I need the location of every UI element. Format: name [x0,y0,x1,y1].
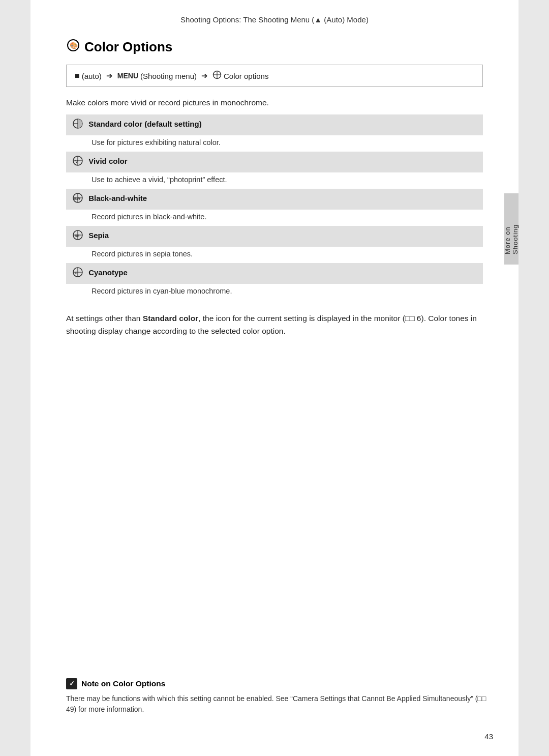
svg-text:V: V [75,159,78,164]
cyanotype-icon: C [72,267,83,280]
vivid-icon: V [72,155,83,169]
vivid-label: Vivid color [88,157,127,165]
table-row: BW Black-and-white [66,189,483,210]
nav-box: ■ (auto) ➔ MENU (Shooting menu) ➔ Color … [66,65,483,87]
table-row: Record pictures in sepia tones. [66,247,483,263]
nav-menu-label: MENU [117,72,138,80]
options-table: Standard color (default setting) Use for… [66,114,483,300]
sepia-label: Sepia [88,231,109,240]
breadcrumb: Shooting Options: The Shooting Menu (▲ (… [66,15,483,24]
table-row: V Vivid color [66,152,483,172]
breadcrumb-text: Shooting Options: The Shooting Menu (▲ (… [180,15,369,24]
page-title-text: Color Options [84,39,172,55]
nav-auto-text: (auto) [82,72,102,80]
table-row: C Cyanotype [66,263,483,284]
body-text: At settings other than Standard color, t… [66,312,483,338]
svg-text:C: C [75,271,77,275]
standard-icon [72,118,83,132]
body-text-bold: Standard color [143,314,198,323]
page-number: 43 [484,732,493,741]
page-title: 🎨 Color Options [66,38,483,55]
table-row: Standard color (default setting) [66,114,483,135]
nav-menu-desc: (Shooting menu) [140,72,197,80]
intro-text: Make colors more vivid or record picture… [66,98,483,107]
bw-desc: Record pictures in black-and-white. [92,213,206,221]
color-options-icon: 🎨 [66,38,80,55]
note-label: Note on Color Options [81,679,165,688]
nav-arrow2: ➔ [201,71,208,80]
bw-label: Black-and-white [88,194,147,202]
table-row: Record pictures in cyan-blue monochrome. [66,284,483,300]
nav-camera-icon: ■ [75,71,80,80]
cyanotype-label: Cyanotype [88,268,128,277]
standard-desc: Use for pictures exhibiting natural colo… [92,138,221,147]
sepia-desc: Record pictures in sepia tones. [92,250,193,258]
bw-icon: BW [72,192,83,206]
page: Shooting Options: The Shooting Menu (▲ (… [30,0,518,756]
note-check-icon: ✓ [66,678,77,689]
vivid-desc: Use to achieve a vivid, “photoprint” eff… [92,176,227,184]
note-section: ✓ Note on Color Options There may be fun… [66,678,488,715]
table-row: SE Sepia [66,226,483,247]
svg-text:🎨: 🎨 [70,41,78,50]
table-row: Record pictures in black-and-white. [66,210,483,226]
cyanotype-desc: Record pictures in cyan-blue monochrome. [92,287,232,295]
nav-color-text: Color options [224,72,268,80]
sidebar-tab-text: More on Shooting [504,203,519,254]
nav-arrow1: ➔ [106,71,113,80]
standard-label: Standard color (default setting) [88,120,202,128]
body-text-before: At settings other than [66,314,143,323]
svg-text:SE: SE [75,234,80,238]
svg-text:BW: BW [74,197,80,200]
sidebar-tab: More on Shooting [504,193,518,265]
note-text: There may be functions with which this s… [66,693,488,715]
table-row: Use for pictures exhibiting natural colo… [66,135,483,152]
table-row: Use to achieve a vivid, “photoprint” eff… [66,172,483,189]
note-title: ✓ Note on Color Options [66,678,488,689]
sepia-icon: SE [72,229,83,243]
nav-color-icon [212,70,222,81]
